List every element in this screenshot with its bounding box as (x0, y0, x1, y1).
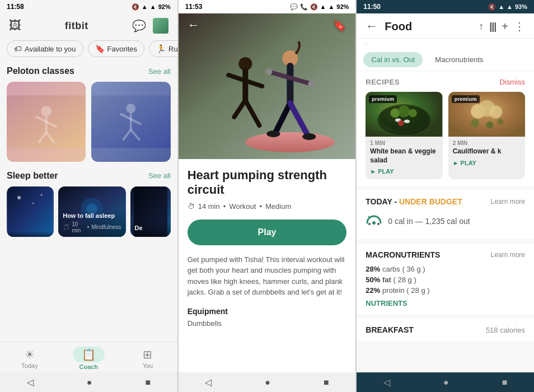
svg-point-56 (372, 221, 376, 225)
sleep-thumb-1 (7, 186, 54, 237)
clock-icon-p2: ⏱ (188, 202, 195, 211)
peloton-card-1[interactable]: Peloton: Yoga Flow with Kirra Michel ▶ 2… (7, 82, 86, 162)
recipe-card-2[interactable]: premium 2 MIN Cauliflower & k ► PLAY (448, 92, 525, 179)
recipe-1-time: 1 MIN (370, 140, 438, 146)
recipes-section: RECIPES Dismiss (357, 71, 534, 186)
sleep-card-1[interactable] (7, 186, 54, 237)
sleep-card-2-type: Mindfulness (91, 224, 121, 230)
home-android-p1[interactable]: ● (87, 377, 92, 388)
recipe-1-play[interactable]: ► PLAY (370, 168, 438, 175)
svg-point-16 (40, 194, 43, 196)
barcode-icon-p3[interactable]: ||| (489, 21, 496, 32)
home-android-p3[interactable]: ● (443, 377, 449, 388)
home-android-p2[interactable]: ● (265, 377, 270, 388)
food-title: Food (385, 20, 472, 33)
workout-type: Workout (229, 202, 256, 211)
svg-point-45 (409, 109, 417, 117)
back-android-p3[interactable]: ◁ (383, 377, 390, 388)
back-android-p1[interactable]: ◁ (27, 377, 34, 388)
back-button-p2[interactable]: ← (188, 18, 200, 32)
message-icon[interactable]: 💬 (132, 19, 146, 32)
share-icon-p3[interactable]: ↑ (479, 21, 484, 32)
recipe-2-play[interactable]: ► PLAY (453, 160, 521, 166)
sleep-card-2-duration: 10 min (72, 221, 85, 234)
svg-point-17 (32, 202, 34, 204)
back-android-p2[interactable]: ◁ (205, 377, 212, 388)
bottom-nav-p1: ☀ Today 📋 Coach ⊞ You (0, 342, 177, 372)
peloton-card-2[interactable]: Peloton: HIIT ▶ 30 min • W (91, 82, 170, 162)
play-button[interactable]: Play (188, 220, 347, 245)
panel-fitbit-home: 11:58 🔇 ▲ ▲ 92% 🖼 fitbit 💬 🏷 Available t… (0, 0, 177, 392)
macro-title: MACRONUTRIENTS (366, 250, 440, 259)
macro-learn-more[interactable]: Learn more (491, 251, 525, 259)
hiit-svg (91, 82, 170, 162)
food-tab-bar: Cal in vs. Out Macronutrients (357, 49, 534, 71)
battery-p1: 92% (158, 3, 171, 10)
workout-description: Get pumped with Tisha! This interval wor… (188, 254, 347, 298)
recipe-2-name: Cauliflower & k (453, 147, 521, 156)
more-icon-p3[interactable]: ⋮ (514, 20, 525, 33)
nav-today[interactable]: ☀ Today (0, 348, 59, 369)
chip-available[interactable]: 🏷 Available to you (7, 40, 83, 57)
sleep-card-3[interactable]: De (130, 186, 171, 237)
recipe-2-info: 2 MIN Cauliflower & k ► PLAY (448, 137, 525, 171)
nutrients-link[interactable]: NUTRIENTS (366, 299, 525, 307)
sleep-card-2[interactable]: How to fall asleep 🎵 10 min • Mindfulnes… (58, 186, 125, 237)
recents-android-p1[interactable]: ■ (145, 377, 151, 388)
mute-icon-p2: 🔇 (310, 3, 318, 11)
tab-macronutrients[interactable]: Macronutrients (427, 52, 491, 67)
recipes-header: RECIPES Dismiss (366, 78, 525, 86)
workout-duration: 14 min (198, 202, 220, 211)
recipe-cards: premium 1 MIN White bean & veggie salad … (366, 92, 525, 179)
avatar-square[interactable] (153, 18, 168, 34)
recents-android-p2[interactable]: ■ (324, 377, 329, 388)
macro-section: MACRONUTRIENTS Learn more 28% carbs ( 36… (357, 244, 534, 314)
add-icon-p3[interactable]: + (502, 20, 508, 33)
equipment-label: Equipment (188, 307, 347, 316)
sleep-card-2-title: How to fall asleep (63, 212, 121, 220)
sleep-see-all[interactable]: See all (148, 171, 171, 180)
profile-icon[interactable]: 🖼 (9, 18, 21, 33)
sleep-cards: How to fall asleep 🎵 10 min • Mindfulnes… (7, 186, 171, 237)
peloton-see-all[interactable]: See all (148, 67, 171, 76)
protein-pct: 22% (366, 286, 380, 295)
svg-rect-14 (8, 186, 53, 237)
back-button-p3[interactable]: ← (366, 19, 378, 34)
chip-available-label: Available to you (25, 45, 76, 53)
nav-coach[interactable]: 📋 Coach (59, 347, 119, 370)
svg-point-55 (497, 118, 503, 124)
recents-android-p3[interactable]: ■ (502, 377, 508, 388)
chip-favorites[interactable]: 🔖 Favorites (88, 40, 144, 57)
recipe-1-premium-badge: premium (369, 95, 397, 103)
chip-running-label: Running (168, 45, 177, 53)
phone-icon: 📞 (300, 3, 308, 11)
panel-workout-detail: 11:53 💬 📞 🔇 ▲ ▲ 92% (179, 0, 356, 392)
status-bar-p1: 11:58 🔇 ▲ ▲ 92% (0, 0, 177, 13)
tab-cal-in-out[interactable]: Cal in vs. Out (363, 52, 423, 67)
sleep-card-3-info: De (130, 222, 171, 237)
status-icons-p2: 💬 📞 🔇 ▲ ▲ 92% (290, 3, 349, 11)
recipe-card-1[interactable]: premium 1 MIN White bean & veggie salad … (366, 92, 442, 179)
carbs-pct: 28% (366, 265, 380, 273)
svg-point-35 (308, 81, 315, 87)
chip-running[interactable]: 🏃 Running (149, 40, 177, 57)
bookmark-button-p2[interactable]: 🔖 (332, 18, 346, 32)
today-header: TODAY - UNDER BUDGET Learn more (366, 197, 525, 206)
time-p3: 11:50 (363, 3, 381, 11)
svg-point-48 (398, 120, 404, 127)
hiit-thumbnail (91, 82, 170, 162)
sleep-card-2-info: How to fall asleep 🎵 10 min • Mindfulnes… (58, 209, 125, 237)
recipes-title: RECIPES (366, 78, 400, 86)
carbs-label: carbs (382, 265, 400, 273)
calorie-text: 0 cal in — 1,235 cal out (388, 217, 470, 226)
panel-food-log: 11:50 🔇 ▲ ▲ 93% ← Food ↑ ||| + ⋮ ··· Cal… (357, 0, 534, 392)
nav-you[interactable]: ⊞ You (118, 348, 177, 369)
signal-icon: ▲ (150, 3, 156, 10)
macro-row-protein: 22% protein ( 28 g ) (366, 286, 525, 295)
breakfast-section[interactable]: BREAKFAST 518 calories (357, 319, 534, 341)
dismiss-button[interactable]: Dismiss (499, 78, 525, 86)
run-icon: 🏃 (156, 44, 166, 53)
svg-point-33 (265, 68, 272, 75)
today-learn-more[interactable]: Learn more (491, 198, 525, 206)
svg-point-38 (266, 130, 280, 137)
